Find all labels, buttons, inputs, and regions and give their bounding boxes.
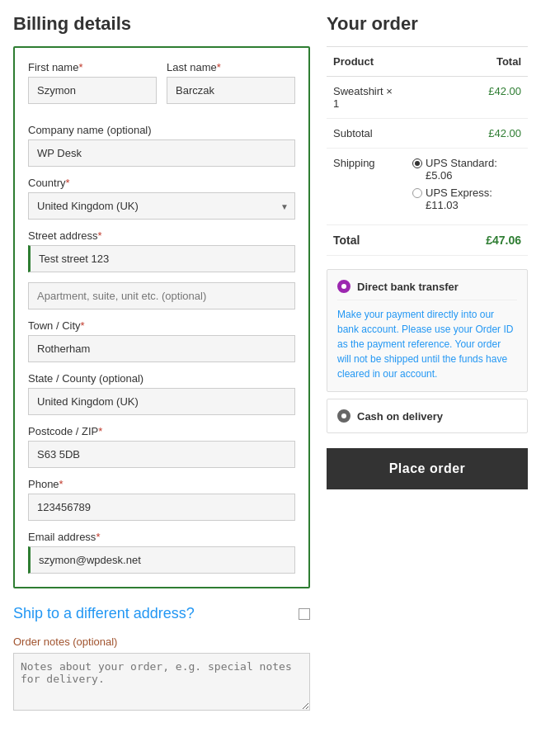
postcode-label: Postcode / ZIP*: [28, 425, 295, 437]
street-group: Street address*: [28, 229, 295, 272]
shipping-radio-2[interactable]: [412, 188, 422, 198]
product-label: Sweatshirt × 1: [327, 77, 406, 119]
billing-form: First name* Last name* Company name (opt…: [13, 46, 310, 588]
street-input-wrapper: [28, 245, 295, 272]
total-label: Total: [327, 225, 406, 256]
product-total: £42.00: [406, 77, 528, 119]
company-group: Company name (optional): [28, 124, 295, 167]
shipping-option-2[interactable]: UPS Express: £11.03: [412, 187, 521, 211]
phone-input[interactable]: [28, 494, 295, 521]
first-name-group: First name*: [28, 61, 157, 104]
postcode-group: Postcode / ZIP*: [28, 425, 295, 468]
payment-cash-label: Cash on delivery: [357, 410, 443, 423]
shipping-radio-1[interactable]: [412, 158, 422, 168]
shipping-option-1[interactable]: UPS Standard: £5.06: [412, 157, 521, 182]
last-name-group: Last name*: [167, 61, 295, 104]
city-label: Town / City*: [28, 319, 295, 332]
payment-bank-header: Direct bank transfer: [337, 280, 517, 293]
phone-label: Phone*: [28, 478, 295, 490]
shipping-option-1-label: UPS Standard: £5.06: [426, 157, 521, 182]
payment-section: Direct bank transfer Make your payment d…: [327, 269, 528, 433]
email-label: Email address*: [28, 531, 295, 543]
first-name-label: First name*: [28, 61, 157, 73]
company-input[interactable]: [28, 139, 295, 167]
order-notes-input[interactable]: [13, 653, 310, 711]
email-input[interactable]: [28, 546, 295, 574]
state-input[interactable]: [28, 388, 295, 415]
email-input-wrapper: [28, 546, 295, 574]
country-label: Country*: [28, 177, 295, 189]
payment-cash-radio[interactable]: [337, 409, 350, 423]
order-notes-label: Order notes (optional): [13, 636, 310, 648]
email-group: Email address*: [28, 531, 295, 574]
company-label: Company name (optional): [28, 124, 295, 136]
shipping-options: UPS Standard: £5.06 UPS Express: £11.03: [412, 157, 521, 211]
payment-option-cash[interactable]: Cash on delivery: [327, 399, 528, 433]
street-label: Street address*: [28, 229, 295, 242]
first-name-input[interactable]: [28, 77, 157, 104]
ship-title: Ship to a different address?: [13, 605, 310, 622]
ship-section: Ship to a different address?: [13, 605, 310, 622]
order-column: Your order Product Total Sweatshirt × 1 …: [327, 13, 528, 713]
street-input[interactable]: [28, 245, 295, 272]
shipping-options-cell: UPS Standard: £5.06 UPS Express: £11.03: [406, 149, 528, 225]
state-group: State / County (optional): [28, 372, 295, 415]
postcode-input[interactable]: [28, 441, 295, 468]
place-order-button[interactable]: Place order: [327, 448, 528, 489]
country-select[interactable]: United Kingdom (UK) United States (US) G…: [28, 192, 295, 220]
shipping-option-2-label: UPS Express: £11.03: [426, 187, 521, 211]
payment-bank-description: Make your payment directly into our bank…: [337, 300, 517, 381]
apt-group: [28, 282, 295, 309]
last-name-input[interactable]: [167, 77, 295, 104]
payment-bank-radio[interactable]: [337, 280, 350, 293]
name-row: First name* Last name*: [28, 61, 295, 114]
subtotal-value: £42.00: [406, 119, 528, 149]
shipping-label: Shipping: [327, 149, 406, 225]
table-row: Subtotal £42.00: [327, 119, 528, 149]
city-group: Town / City*: [28, 319, 295, 362]
col-total-header: Total: [406, 47, 528, 77]
country-group: Country* United Kingdom (UK) United Stat…: [28, 177, 295, 220]
ship-checkbox[interactable]: [299, 608, 310, 620]
payment-option-bank[interactable]: Direct bank transfer Make your payment d…: [327, 269, 528, 392]
last-name-label: Last name*: [167, 61, 295, 73]
subtotal-label: Subtotal: [327, 119, 406, 149]
phone-group: Phone*: [28, 478, 295, 521]
col-product-header: Product: [327, 47, 406, 77]
payment-bank-label: Direct bank transfer: [357, 281, 459, 293]
order-title: Your order: [327, 13, 528, 35]
total-value: £47.06: [406, 225, 528, 256]
table-row: Shipping UPS Standard: £5.06 UPS Express…: [327, 149, 528, 225]
state-label: State / County (optional): [28, 372, 295, 385]
country-select-wrapper: United Kingdom (UK) United States (US) G…: [28, 192, 295, 220]
payment-cash-header: Cash on delivery: [337, 409, 517, 423]
order-notes-section: Order notes (optional): [13, 636, 310, 713]
order-table: Product Total Sweatshirt × 1 £42.00 Subt…: [327, 46, 528, 256]
table-row: Total £47.06: [327, 225, 528, 256]
apt-input[interactable]: [28, 282, 295, 309]
billing-title: Billing details: [13, 13, 310, 35]
city-input[interactable]: [28, 335, 295, 362]
table-row: Sweatshirt × 1 £42.00: [327, 77, 528, 119]
